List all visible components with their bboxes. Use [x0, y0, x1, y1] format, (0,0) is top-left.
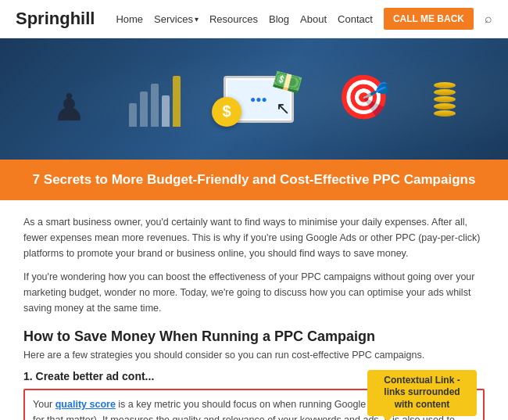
main-nav: Home Services Resources Blog About Conta…	[116, 8, 492, 30]
tooltip-anchor: Contextual Link - links surrounded with …	[367, 370, 477, 416]
article-content: As a smart business owner, you'd certain…	[0, 200, 508, 420]
quality-score-link[interactable]: quality score	[55, 399, 116, 410]
section-subtext: Here are a few strategies you should con…	[23, 350, 485, 361]
laptop-illustration: ●●● ↖ $ 💵	[224, 76, 294, 123]
bar-chart-icon	[129, 72, 181, 127]
intro-paragraph-2: If you're wondering how you can boost th…	[23, 269, 485, 316]
nav-resources[interactable]: Resources	[209, 13, 258, 25]
site-logo: Springhill	[16, 9, 95, 29]
nav-contact[interactable]: Contact	[338, 13, 373, 25]
sub-heading-wrapper: 1. Create better ad cont... Contextual L…	[23, 370, 485, 382]
nav-services[interactable]: Services	[154, 13, 199, 25]
target-icon: 🎯	[337, 72, 391, 123]
highlight-text-start: Your	[33, 399, 55, 410]
nav-blog[interactable]: Blog	[269, 13, 289, 25]
dollar-icon: $	[212, 97, 241, 127]
tooltip-bubble: Contextual Link - links surrounded with …	[367, 370, 477, 416]
article-title: 7 Secrets to More Budget-Friendly and Co…	[23, 171, 485, 189]
cursor-icon: ↖	[276, 99, 290, 119]
article-title-bar: 7 Secrets to More Budget-Friendly and Co…	[0, 160, 508, 200]
site-header: Springhill Home Services Resources Blog …	[0, 0, 508, 38]
chess-piece-icon: ♟	[52, 85, 86, 129]
cta-button[interactable]: CALL ME BACK	[384, 8, 474, 30]
nav-home[interactable]: Home	[116, 13, 143, 25]
intro-paragraph-1: As a smart business owner, you'd certain…	[23, 214, 485, 261]
coin-stack-icon	[434, 82, 456, 117]
nav-about[interactable]: About	[300, 13, 327, 25]
search-icon[interactable]: ⌕	[485, 12, 492, 26]
section-heading: How to Save Money When Running a PPC Cam…	[23, 328, 485, 345]
hero-image: ♟ ●●● ↖ $ 💵 🎯	[0, 38, 508, 160]
